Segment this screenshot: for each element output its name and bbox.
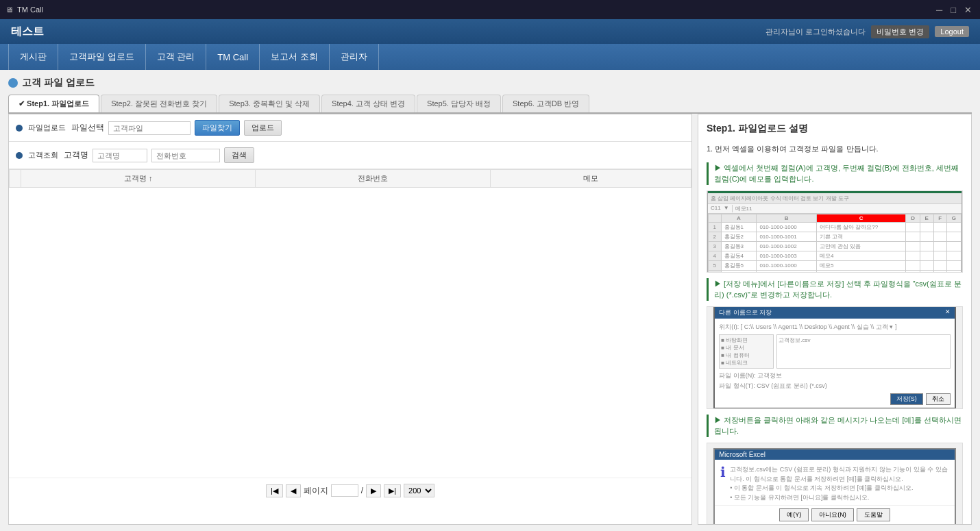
excel-grid: ABCDEFG 1홍길동1010-1000-1000어디다롬 살아 갈까요?? … xyxy=(708,214,961,273)
save-cancel-button[interactable]: 취소 xyxy=(926,393,951,405)
page-title: 고객 파일 업로드 xyxy=(22,77,95,89)
msgbox-no-button[interactable]: 아니요(N) xyxy=(811,508,854,521)
col-header-name[interactable]: 고객명 ↑ xyxy=(21,170,256,188)
msgbox-header: Microsoft Excel xyxy=(715,449,954,460)
save-dialog-image: 다른 이름으로 저장✕ 위치(I): [ C:\\ Users \\ Agent… xyxy=(707,306,963,409)
nav-right: 관리자님이 로그인하셨습니다 비밀번호 변경 Logout xyxy=(765,25,969,38)
prev-page-button[interactable]: ◀ xyxy=(286,484,301,497)
file-upload-label: 파일업로드 xyxy=(28,123,66,133)
table-header-row: 고객명 ↑ 전화번호 메모 xyxy=(10,170,691,188)
page-input[interactable] xyxy=(331,484,358,497)
excel-preview-image: Microsoft Excel 홈 삽입 페이지레이아웃 수식 데이터 검토 보… xyxy=(707,190,963,273)
menu-bar: 게시판 고객파일 업로드 고객 관리 TM Call 보고서 조회 관리자 xyxy=(0,44,980,70)
customer-search-dot xyxy=(16,152,23,159)
app-icon: 🖥 xyxy=(5,5,13,14)
page-title-icon xyxy=(8,78,18,88)
excel-toolbar: 홈 삽입 페이지레이아웃 수식 데이터 검토 보기 개발 도구 xyxy=(708,193,961,204)
right-panel: Step1. 파일업로드 설명 1. 먼저 엑셀을 이용하여 고객정보 파일을 … xyxy=(698,114,972,525)
data-table-wrapper[interactable]: 고객명 ↑ 전화번호 메모 xyxy=(9,169,691,478)
tab-step1[interactable]: ✔ Step1. 파일업로드 xyxy=(8,95,99,112)
page-label: 페이지 xyxy=(304,485,328,497)
close-icon[interactable]: ✕ xyxy=(961,5,975,15)
tab-step3[interactable]: Step3. 중복확인 및 삭제 xyxy=(219,95,320,112)
tab-step2[interactable]: Step2. 잘못된 전화번호 찾기 xyxy=(101,95,217,112)
file-find-button[interactable]: 파일찾기 xyxy=(195,120,240,136)
col-header-num xyxy=(10,170,21,188)
nav-bar: 테스트 관리자님이 로그인하셨습니다 비밀번호 변경 Logout xyxy=(0,19,980,44)
next-page-button[interactable]: ▶ xyxy=(366,484,381,497)
help-bullet2: ▶ [저장 메뉴]에서 [다른이름으로 저장] 선택 후 파일형식을 "csv(… xyxy=(707,278,963,301)
window-controls: ─ □ ✕ xyxy=(933,5,975,15)
msgbox-body: ℹ 고객정보.csv에는 CSV (쉼표로 분리) 형식과 지원하지 않는 기능… xyxy=(715,462,954,505)
file-upload-dot xyxy=(16,125,23,132)
excel-formula-bar: C11▼메모11 xyxy=(708,204,961,214)
save-dialog-body: 위치(I): [ C:\\ Users \\ Agent1 \\ Desktop… xyxy=(715,319,954,408)
user-message: 관리자님이 로그인하셨습니다 xyxy=(765,27,866,37)
file-select-label: 파일선택 xyxy=(71,122,104,134)
msgbox-yes-button[interactable]: 예(Y) xyxy=(779,508,809,521)
window-title: TM Call xyxy=(17,5,43,14)
file-path-input[interactable] xyxy=(108,121,191,135)
pagination: |◀ ◀ 페이지 / ▶ ▶| 200 xyxy=(9,478,691,503)
page-title-area: 고객 파일 업로드 xyxy=(8,77,972,89)
step-tabs: ✔ Step1. 파일업로드 Step2. 잘못된 전화번호 찾기 Step3.… xyxy=(8,95,972,112)
help-bullet3: ▶ 저장버튼을 클릭하면 아래와 같은 메시지가 나오는데 [예]를 선택하시면… xyxy=(707,415,963,437)
left-panel: 파일업로드 파일선택 파일찾기 업로드 고객조회 고객명 검색 xyxy=(8,114,692,525)
msgbox-image: Microsoft Excel ℹ 고객정보.csv에는 CSV (쉼표로 분리… xyxy=(707,443,963,525)
menu-item-customer-mgmt[interactable]: 고객 관리 xyxy=(146,44,207,70)
file-upload-section: 파일업로드 파일선택 파일찾기 업로드 xyxy=(9,114,691,142)
minimize-icon[interactable]: ─ xyxy=(933,5,945,15)
menu-item-noticeboard[interactable]: 게시판 xyxy=(8,44,58,70)
logout-button[interactable]: Logout xyxy=(935,26,969,37)
tab-check-icon: ✔ xyxy=(19,99,27,108)
menu-item-file-upload[interactable]: 고객파일 업로드 xyxy=(58,44,146,70)
restore-icon[interactable]: □ xyxy=(948,5,959,15)
customer-search-section: 고객조회 고객명 검색 xyxy=(9,142,691,169)
search-button[interactable]: 검색 xyxy=(224,147,254,163)
customer-search-label: 고객조회 xyxy=(28,150,58,160)
page-separator: / xyxy=(361,486,363,495)
brand: 테스트 xyxy=(11,25,44,39)
last-page-button[interactable]: ▶| xyxy=(384,484,401,497)
help-title: Step1. 파일업로드 설명 xyxy=(707,123,963,135)
save-dialog-header: 다른 이름으로 저장✕ xyxy=(715,307,954,319)
title-bar: 🖥 TM Call ─ □ ✕ xyxy=(0,0,980,19)
col-header-memo: 메모 xyxy=(490,170,691,188)
first-page-button[interactable]: |◀ xyxy=(266,484,283,497)
file-input-area: 파일선택 파일찾기 업로드 xyxy=(71,120,685,136)
menu-item-reports[interactable]: 보고서 조회 xyxy=(260,44,330,70)
help-step1-text: 1. 먼저 엑셀을 이용하여 고객정보 파일을 만듭니다. xyxy=(707,143,963,156)
col-header-phone: 전화번호 xyxy=(256,170,490,188)
msgbox-help-button[interactable]: 도움말 xyxy=(857,508,890,521)
search-area: 고객명 검색 xyxy=(64,147,685,163)
tab-step6[interactable]: Step6. 고객DB 반영 xyxy=(502,95,589,112)
upload-button[interactable]: 업로드 xyxy=(244,120,282,136)
change-password-button[interactable]: 비밀번호 변경 xyxy=(871,25,929,38)
customer-table: 고객명 ↑ 전화번호 메모 xyxy=(9,169,691,188)
customer-name-input[interactable] xyxy=(93,149,147,162)
tab-step4[interactable]: Step4. 고객 상태 변경 xyxy=(321,95,415,112)
tab-step5[interactable]: Step5. 담당자 배정 xyxy=(417,95,501,112)
menu-item-tm-call[interactable]: TM Call xyxy=(206,44,260,70)
page-content: 고객 파일 업로드 ✔ Step1. 파일업로드 Step2. 잘못된 전화번호… xyxy=(0,70,980,531)
page-size-select[interactable]: 200 xyxy=(404,484,434,497)
menu-item-admin[interactable]: 관리자 xyxy=(330,44,379,70)
help-bullet1: ▶ 엑셀에서 첫번째 컬럼(A)에 고객명, 두번째 컬럼(B)에 전화번호, … xyxy=(707,162,963,185)
name-label: 고객명 xyxy=(64,149,88,161)
save-ok-button[interactable]: 저장(S) xyxy=(890,393,923,405)
main-area: 파일업로드 파일선택 파일찾기 업로드 고객조회 고객명 검색 xyxy=(8,112,972,525)
phone-input[interactable] xyxy=(151,149,220,162)
msgbox-buttons: 예(Y) 아니요(N) 도움말 xyxy=(715,505,954,524)
